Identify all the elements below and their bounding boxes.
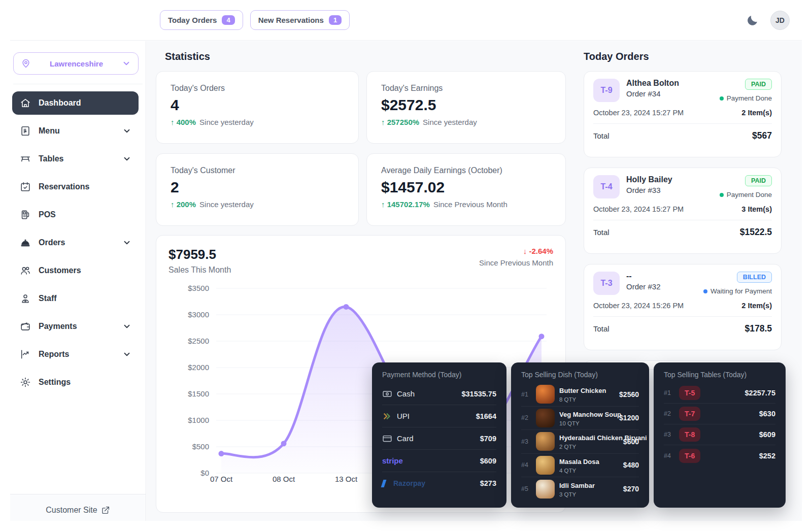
statistics-heading: Statistics [165,51,210,62]
order-card[interactable]: T-4 Holly Bailey Order #33 PAID Payment … [584,168,782,254]
order-card[interactable]: T-9 Althea Bolton Order #34 PAID Payment… [584,71,782,157]
svg-text:08 Oct: 08 Oct [273,475,295,483]
location-selector[interactable]: Lawrenceshire [13,52,139,75]
today-orders-button-label: Today Orders [168,16,217,24]
razorpay-logo [381,480,387,487]
payment-method-name: Card [397,434,414,443]
payment-method-name: UPI [397,412,410,420]
stat-caption: Since yesterday [199,118,254,126]
stat-label: Today's Earnings [381,84,551,93]
stat-card: Today's Earnings$2572.5↑ 257250%Since ye… [366,71,566,144]
stripe-logo: stripe [382,456,403,465]
dish-photo [536,409,555,427]
top-dishes-title: Top Selling Dish (Today) [521,371,639,379]
sidebar-item-reservations[interactable]: Reservations [12,175,139,198]
sidebar-item-menu[interactable]: Menu [12,119,139,143]
dish-qty: 2 QTY [559,444,619,450]
sidebar-item-customers[interactable]: Customers [12,259,139,282]
total-label: Total [593,228,610,237]
razorpay-logo-text: Razorpay [393,479,425,487]
sidebar-item-reports[interactable]: Reports [12,343,139,366]
top-dish-row: #4Masala Dosa4 QTY$480 [521,454,639,478]
dish-name: Veg Manchow Soup [559,411,621,418]
sidebar-item-settings[interactable]: Settings [12,371,139,394]
order-items-count: 2 Item(s) [741,109,772,117]
sidebar-item-tables[interactable]: Tables [12,147,139,171]
svg-text:$1500: $1500 [188,389,209,398]
svg-text:$2000: $2000 [188,363,209,372]
chevron-down-icon [122,238,131,247]
dark-mode-toggle[interactable] [745,13,760,28]
table-badge: T-5 [679,386,700,400]
order-number: Order #32 [626,282,661,291]
stat-delta: ↑ 400% [171,118,196,126]
sidebar-item-orders[interactable]: Orders [12,231,139,254]
sidebar-item-label: Reports [39,350,115,359]
status-dot-icon [720,193,724,197]
stat-value: $1457.02 [381,179,551,196]
payment-method-row: Card$709 [382,427,496,450]
sidebar-item-label: Orders [39,238,115,247]
table-amount: $2257.75 [745,389,775,397]
dish-qty: 8 QTY [559,396,606,403]
top-table-row: #1T-5$2257.75 [664,383,775,404]
dish-photo [536,480,555,499]
new-reservations-count-badge: 1 [329,15,342,25]
topbar-buttons: Today Orders 4 New Reservations 1 [160,10,350,30]
users-icon [19,264,31,277]
sales-month-label: Sales This Month [168,266,231,275]
location-pin-icon [21,58,31,69]
stat-caption: Since yesterday [199,200,254,209]
sidebar-item-label: Reservations [39,182,131,191]
customer-name: Holly Bailey [626,175,672,184]
status-dot-icon [720,96,724,101]
sidebar-item-staff[interactable]: Staff [12,287,139,310]
table-amount: $630 [759,410,775,418]
topbar: Today Orders 4 New Reservations 1 JD [10,0,802,41]
stat-value: 4 [171,96,344,114]
status-badge: BILLED [737,272,772,283]
location-name: Lawrenceshire [31,59,122,68]
dish-photo [536,432,555,451]
dish-name: Masala Dosa [559,458,599,466]
dish-amount: $2560 [619,390,639,399]
chevron-down-icon [122,154,131,163]
table-amount: $609 [759,430,775,439]
payment-method-amount: $609 [480,457,496,465]
chevron-down-icon [122,350,131,359]
svg-text:$3000: $3000 [188,310,209,319]
sidebar-item-dashboard[interactable]: Dashboard [12,91,139,115]
top-table-rows: #1T-5$2257.75#2T-7$630#3T-8$609#4T-6$252 [664,383,775,466]
customer-site-label: Customer Site [46,506,97,515]
order-items-count: 2 Item(s) [741,302,772,310]
status-note: Payment Done [727,94,772,102]
table-rank: #1 [664,389,674,396]
status-note: Waiting for Payment [710,287,772,295]
payment-method-rows: Cash$31535.75UPI$1664Card$709stripe$609R… [382,383,496,494]
stat-value: 2 [171,179,344,196]
stat-card-grid: Today's Orders4↑ 400%Since yesterdayToda… [156,71,566,226]
dish-name: Idli Sambar [559,482,595,489]
staff-icon [19,292,31,305]
topbar-right: JD [745,11,802,30]
dish-rank: #2 [521,414,531,421]
table-rank: #2 [664,410,674,417]
stat-label: Today's Orders [171,84,344,93]
total-amount: $178.5 [745,323,772,334]
table-badge: T-8 [679,427,700,442]
order-card[interactable]: T-3 -- Order #32 BILLED Waiting for Paym… [584,264,782,350]
today-orders-button[interactable]: Today Orders 4 [160,10,243,30]
order-datetime: October 23, 2024 15:26 PM [593,302,684,310]
customer-site-link[interactable]: Customer Site [46,506,110,515]
top-dish-row: #2Veg Manchow Soup10 QTY$1200 [521,407,639,430]
total-amount: $567 [752,130,772,141]
sidebar-item-pos[interactable]: POS [12,203,139,226]
new-reservations-button[interactable]: New Reservations 1 [250,10,350,30]
table-badge: T-6 [679,449,700,463]
order-datetime: October 23, 2024 15:27 PM [593,205,684,213]
top-table-row: #4T-6$252 [664,445,775,466]
sidebar-item-payments[interactable]: Payments [12,315,139,338]
user-avatar[interactable]: JD [770,11,790,30]
chevron-down-icon [122,322,131,331]
stat-delta: ↑ 200% [171,200,196,209]
